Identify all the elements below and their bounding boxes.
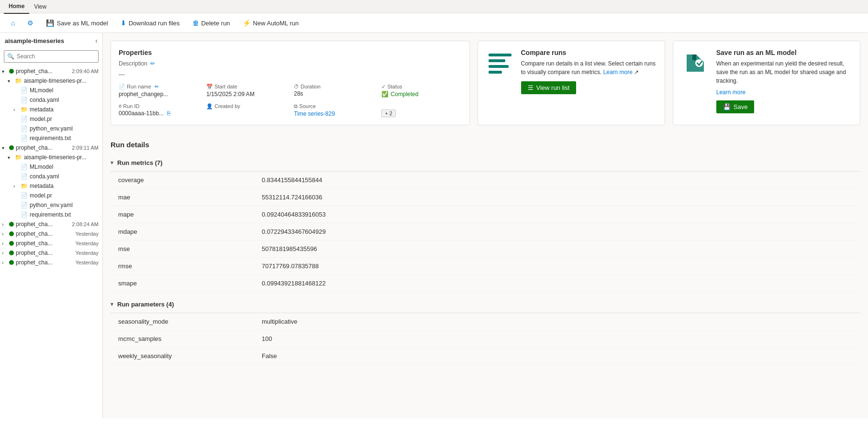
tree-file-requirements-2[interactable]: 📄 requirements.txt: [0, 210, 102, 219]
tree-item-label: conda.yaml: [30, 97, 99, 103]
run-name-label: 📄 Run name ✏: [119, 84, 199, 90]
top-cards-row: Properties Description ✏ — 📄 Run name ✏ …: [111, 41, 860, 133]
sidebar-header: aisample-timeseries ‹: [0, 33, 102, 48]
spacer: [13, 203, 19, 208]
description-edit-icon[interactable]: ✏: [150, 60, 155, 67]
metrics-table: coverage0.8344155844155844mae55312114.72…: [111, 172, 860, 292]
view-run-list-button[interactable]: ☰ View run list: [521, 81, 577, 94]
tree-item-label: prophet_cha...: [16, 250, 73, 256]
chevron-right-icon: ›: [2, 260, 8, 265]
tree-folder-metadata-2[interactable]: › 📁 metadata: [0, 181, 102, 191]
save-button[interactable]: 💾 Save: [716, 100, 755, 113]
save-run-title: Save run as an ML model: [716, 49, 852, 56]
run-metrics-header[interactable]: ▾ Run metrics (7): [111, 154, 860, 172]
file-icon: 📄: [21, 173, 28, 180]
table-row: mdape0.07229433467604929: [111, 223, 860, 240]
menu-bar: Home View: [0, 0, 868, 13]
status-icon: [9, 145, 14, 150]
tree-item-label: metadata: [30, 106, 99, 113]
table-row: coverage0.8344155844155844: [111, 172, 860, 189]
file-icon: 📄: [21, 164, 28, 170]
tree-item-label: prophet_cha...: [16, 144, 70, 151]
chevron-right-icon: ›: [13, 107, 19, 112]
menu-view[interactable]: View: [29, 0, 51, 13]
table-row: mse5078181985435596: [111, 240, 860, 258]
table-row: weekly_seasonalityFalse: [111, 348, 860, 365]
file-icon: 📄: [21, 135, 28, 142]
search-icon: 🔍: [7, 53, 14, 60]
tree-item-label: prophet_cha...: [16, 221, 70, 228]
parameter-value: 100: [254, 330, 860, 348]
tree-file-model-2[interactable]: 📄 model.pr: [0, 191, 102, 200]
content-area: Properties Description ✏ — 📄 Run name ✏ …: [103, 33, 868, 418]
compare-learn-more-link[interactable]: Learn more: [603, 69, 633, 76]
chevron-right-icon: ›: [2, 251, 8, 256]
save-card-inner: Save run as an ML model When an experime…: [681, 49, 852, 113]
person-icon: 👤: [206, 103, 213, 109]
source-link[interactable]: Time series-829: [294, 110, 335, 117]
metric-value: 5078181985435596: [254, 240, 860, 258]
file-icon: 📄: [21, 192, 28, 199]
tree-file-conda-1[interactable]: 📄 conda.yaml: [0, 95, 102, 105]
metric-name: mape: [111, 206, 254, 223]
status-label: ✓ Status: [381, 84, 461, 90]
tree-item-label: conda.yaml: [30, 173, 99, 180]
new-automl-run-button[interactable]: ⚡ New AutoML run: [237, 16, 304, 30]
start-date-label: 📅 Start date: [206, 84, 286, 90]
status-value: ✅ Completed: [381, 91, 461, 98]
run-name-edit-icon[interactable]: ✏: [155, 84, 159, 89]
copy-icon[interactable]: ⎘: [167, 110, 170, 117]
tree-item-label: MLmodel: [30, 87, 99, 94]
metric-name: mdape: [111, 223, 254, 240]
file-icon: 📄: [21, 211, 28, 218]
tree-item-label: prophet_cha...: [16, 240, 73, 247]
tree-file-python-env-2[interactable]: 📄 python_env.yaml: [0, 200, 102, 210]
tree-run-1[interactable]: ▾ prophet_cha... 2:09:40 AM: [0, 66, 102, 76]
settings-icon-btn[interactable]: ⚙: [22, 16, 39, 30]
start-date-prop: 📅 Start date 1/15/2025 2:09 AM: [206, 84, 286, 98]
main-layout: aisample-timeseries ‹ 🔍 ▾ prophet_cha...…: [0, 33, 868, 418]
tree-run-4[interactable]: › prophet_cha... Yesterday: [0, 229, 102, 239]
file-icon: 📄: [21, 116, 28, 122]
spacer: [13, 193, 19, 198]
save-card-content: Save run as an ML model When an experime…: [716, 49, 852, 113]
tree-file-mlmodel-2[interactable]: 📄 MLmodel: [0, 162, 102, 172]
delete-run-button[interactable]: 🗑 Delete run: [187, 16, 235, 30]
checkmark-icon: ✓: [381, 84, 386, 89]
tree-item-label: prophet_cha...: [16, 230, 73, 237]
save-learn-more-link[interactable]: Learn more: [716, 89, 852, 96]
tree-file-conda-2[interactable]: 📄 conda.yaml: [0, 172, 102, 181]
sidebar-collapse-button[interactable]: ‹: [95, 37, 98, 44]
file-icon: 📄: [21, 87, 28, 94]
tree-run-2[interactable]: ▾ prophet_cha... 2:09:11 AM: [0, 143, 102, 153]
tree-run-7[interactable]: › prophet_cha... Yesterday: [0, 258, 102, 267]
save-ml-model-button[interactable]: 💾 Save as ML model: [41, 16, 113, 30]
menu-home[interactable]: Home: [4, 0, 29, 14]
tree-item-label: aisample-timeseries-pr...: [24, 77, 99, 84]
tree-folder-1[interactable]: ▾ 📁 aisample-timeseries-pr...: [0, 76, 102, 86]
tree-file-requirements-1[interactable]: 📄 requirements.txt: [0, 133, 102, 143]
tree-run-6[interactable]: › prophet_cha... Yesterday: [0, 248, 102, 258]
tree-file-mlmodel-1[interactable]: 📄 MLmodel: [0, 86, 102, 95]
chevron-down-icon: ▾: [2, 145, 8, 151]
status-icon: [9, 260, 14, 265]
file-icon: 📄: [21, 202, 28, 208]
created-by-prop: 👤 Created by: [206, 103, 286, 117]
run-parameters-header[interactable]: ▾ Run parameters (4): [111, 296, 860, 313]
chevron-down-icon: ▾: [2, 69, 8, 74]
plus-badge[interactable]: + 2: [381, 109, 396, 117]
compare-card-inner: Compare runs Compare run details in a li…: [486, 49, 657, 94]
spacer: [13, 212, 19, 218]
download-run-button[interactable]: ⬇ Download run files: [115, 16, 185, 30]
sidebar-title: aisample-timeseries: [5, 37, 64, 44]
tree-run-3[interactable]: › prophet_cha... 2:08:24 AM: [0, 219, 102, 229]
home-icon-btn[interactable]: ⌂: [6, 16, 20, 30]
spacer-label: [381, 103, 461, 109]
tree-run-5[interactable]: › prophet_cha... Yesterday: [0, 239, 102, 248]
tree-file-python-env-1[interactable]: 📄 python_env.yaml: [0, 124, 102, 133]
search-input[interactable]: [4, 50, 99, 63]
tree-folder-2[interactable]: ▾ 📁 aisample-timeseries-pr...: [0, 153, 102, 162]
tree-item-timestamp: Yesterday: [75, 260, 99, 265]
tree-folder-metadata-1[interactable]: › 📁 metadata: [0, 105, 102, 114]
tree-file-model-1[interactable]: 📄 model.pr: [0, 114, 102, 124]
